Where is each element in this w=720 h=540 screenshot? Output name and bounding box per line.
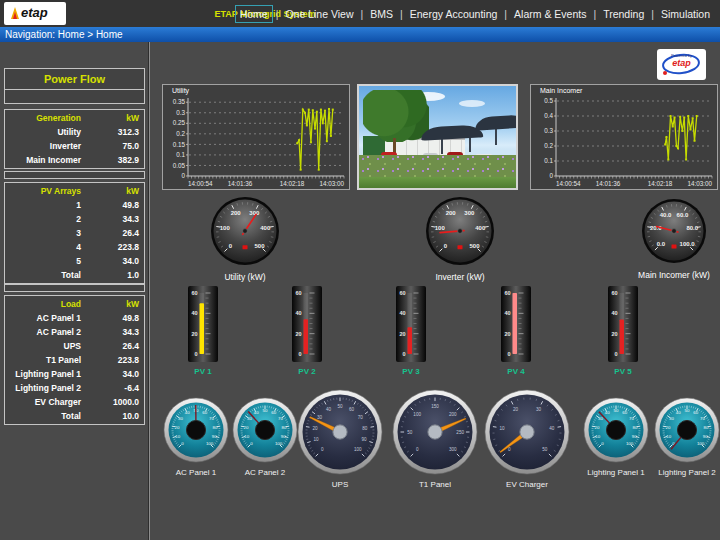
menu-item-simulation[interactable]: Simulation bbox=[657, 6, 714, 22]
gauge-caption: Inverter (kW) bbox=[435, 272, 484, 282]
table-row: Utility 312.3 bbox=[5, 125, 144, 139]
svg-text:20: 20 bbox=[175, 425, 180, 430]
svg-text:0.1: 0.1 bbox=[544, 157, 553, 164]
svg-text:90: 90 bbox=[703, 434, 708, 439]
svg-text:500: 500 bbox=[469, 243, 480, 249]
svg-text:80: 80 bbox=[633, 425, 638, 430]
svg-text:70: 70 bbox=[278, 416, 283, 421]
row-value: 34.3 bbox=[81, 212, 144, 226]
svg-text:60: 60 bbox=[191, 290, 197, 296]
svg-text:30: 30 bbox=[317, 415, 323, 420]
svg-text:0.0: 0.0 bbox=[657, 241, 666, 247]
main-incomer-gauge: 0.020.040.060.080.0100.0 Main Incomer (k… bbox=[618, 198, 720, 280]
svg-text:40: 40 bbox=[326, 407, 332, 412]
lighting-panel-2-gauge: 0102030405060708090100 Lighting Panel 2 bbox=[647, 397, 720, 477]
svg-text:80: 80 bbox=[213, 425, 218, 430]
menu-separator bbox=[504, 8, 507, 20]
svg-text:80: 80 bbox=[362, 426, 368, 431]
svg-text:20: 20 bbox=[595, 425, 600, 430]
etap-logo: etap bbox=[4, 2, 66, 25]
svg-text:60: 60 bbox=[349, 407, 355, 412]
row-label: AC Panel 1 bbox=[5, 311, 81, 325]
menu-item-one-line-view[interactable]: One Line View bbox=[281, 6, 357, 22]
meter-caption: PV 2 bbox=[298, 367, 315, 376]
gauge-caption: UPS bbox=[332, 480, 348, 489]
svg-text:100: 100 bbox=[626, 441, 634, 446]
table-row: 5 34.0 bbox=[5, 254, 144, 268]
row-value: 34.0 bbox=[81, 254, 144, 268]
svg-text:300: 300 bbox=[249, 210, 260, 216]
row-label: 2 bbox=[5, 212, 81, 226]
load-table: Load kW AC Panel 1 49.8 AC Panel 2 34.3 … bbox=[4, 295, 145, 425]
pv-1-meter: 0204060 PV 1 bbox=[181, 286, 225, 376]
meter-body: 0204060 bbox=[608, 286, 638, 366]
svg-text:10: 10 bbox=[175, 434, 180, 439]
row-value: 312.3 bbox=[81, 125, 144, 139]
lighting-panel-1-gauge: 0102030405060708090100 Lighting Panel 1 bbox=[576, 397, 656, 477]
ups-gauge: 0102030405060708090100 UPS bbox=[292, 389, 388, 489]
menu-item-bms[interactable]: BMS bbox=[366, 6, 397, 22]
svg-text:10: 10 bbox=[595, 434, 600, 439]
tree bbox=[363, 90, 429, 142]
pv-5-meter: 0204060 PV 5 bbox=[601, 286, 645, 376]
svg-text:40.0: 40.0 bbox=[660, 212, 672, 218]
menu-separator bbox=[400, 8, 403, 20]
svg-text:50: 50 bbox=[337, 404, 343, 409]
svg-text:500: 500 bbox=[254, 243, 265, 249]
svg-text:90: 90 bbox=[281, 434, 286, 439]
powered-by-etap-badge: Powered by etap bbox=[657, 49, 706, 80]
meter-body: 0204060 bbox=[292, 286, 322, 366]
menu-item-trending[interactable]: Trending bbox=[599, 6, 648, 22]
svg-text:14:02:18: 14:02:18 bbox=[280, 180, 305, 187]
menu-separator bbox=[593, 8, 596, 20]
panel-divider bbox=[148, 42, 150, 540]
flower-bed bbox=[359, 155, 518, 177]
row-label: Lighting Panel 2 bbox=[5, 381, 81, 395]
svg-text:40: 40 bbox=[185, 410, 190, 415]
gauge-caption: AC Panel 2 bbox=[245, 468, 285, 477]
canopy-post bbox=[469, 136, 471, 152]
row-value: 10.0 bbox=[81, 409, 144, 423]
svg-text:10: 10 bbox=[313, 437, 319, 442]
svg-text:20: 20 bbox=[611, 331, 617, 337]
main-incomer-trend-chart: Main Incomer 00.10.20.30.40.514:00:5414:… bbox=[530, 84, 718, 190]
row-label: Main Incomer bbox=[5, 153, 81, 167]
gauge-dial: 0102030405060708090100 bbox=[297, 389, 383, 479]
svg-text:0.05: 0.05 bbox=[173, 162, 186, 169]
gauge-dial: 0100200300400500 bbox=[425, 196, 495, 270]
svg-text:200: 200 bbox=[446, 210, 457, 216]
table-row: 1 49.8 bbox=[5, 198, 144, 212]
row-value: 26.4 bbox=[81, 226, 144, 240]
svg-text:14:00:54: 14:00:54 bbox=[556, 180, 581, 187]
grass bbox=[359, 177, 518, 188]
svg-text:40: 40 bbox=[605, 410, 610, 415]
breadcrumb[interactable]: Navigation: Home > Home bbox=[5, 29, 123, 40]
svg-text:0.15: 0.15 bbox=[173, 141, 186, 148]
generation-table: Generation kW Utility 312.3 Inverter 75.… bbox=[4, 109, 145, 169]
power-flow-panel: Power Flow bbox=[4, 68, 145, 104]
row-value: 223.8 bbox=[81, 353, 144, 367]
spacer-box bbox=[4, 284, 145, 292]
row-value: 75.0 bbox=[81, 139, 144, 153]
logo-brand-text: etap bbox=[21, 5, 48, 20]
gauge-dial: 0102030405060708090100 bbox=[583, 397, 649, 467]
svg-text:0.2: 0.2 bbox=[544, 142, 553, 149]
ac-panel-1-gauge: 0102030405060708090100 AC Panel 1 bbox=[156, 397, 236, 477]
gauge-dial: 0100200300400500 bbox=[210, 196, 280, 270]
menu-item-energy-accounting[interactable]: Energy Accounting bbox=[406, 6, 502, 22]
svg-text:20: 20 bbox=[666, 425, 671, 430]
svg-text:90: 90 bbox=[361, 437, 367, 442]
row-label: 3 bbox=[5, 226, 81, 240]
section-header: Load bbox=[5, 297, 81, 311]
svg-text:60: 60 bbox=[504, 290, 510, 296]
svg-text:0: 0 bbox=[507, 351, 510, 357]
menu-item-alarm-events[interactable]: Alarm & Events bbox=[510, 6, 590, 22]
svg-text:70: 70 bbox=[209, 416, 214, 421]
spacer-box bbox=[4, 171, 145, 179]
pv-2-meter: 0204060 PV 2 bbox=[285, 286, 329, 376]
table-row: T1 Panel 223.8 bbox=[5, 353, 144, 367]
svg-text:100.0: 100.0 bbox=[680, 241, 696, 247]
menu-item-home[interactable]: Home bbox=[235, 5, 273, 23]
svg-text:90: 90 bbox=[212, 434, 217, 439]
meter-caption: PV 3 bbox=[402, 367, 419, 376]
